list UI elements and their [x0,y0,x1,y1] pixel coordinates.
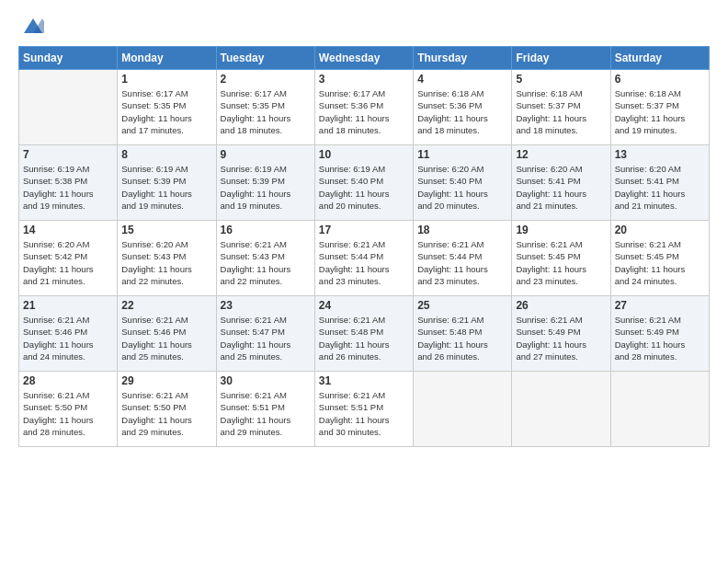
cell-line: Daylight: 11 hours [121,112,211,124]
calendar-cell: 25Sunrise: 6:21 AMSunset: 5:48 PMDayligh… [414,296,512,372]
cell-line: Sunset: 5:45 PM [615,250,705,262]
calendar-cell: 24Sunrise: 6:21 AMSunset: 5:48 PMDayligh… [314,296,413,372]
cell-line: Sunset: 5:44 PM [417,250,507,262]
calendar-cell: 1Sunrise: 6:17 AMSunset: 5:35 PMDaylight… [118,70,216,145]
calendar-cell: 28Sunrise: 6:21 AMSunset: 5:50 PMDayligh… [19,372,118,447]
calendar: SundayMondayTuesdayWednesdayThursdayFrid… [18,46,710,447]
cell-line: and 24 minutes. [615,275,705,287]
day-number: 17 [319,224,409,236]
week-row-2: 14Sunrise: 6:20 AMSunset: 5:42 PMDayligh… [19,221,710,296]
day-number: 8 [121,148,211,161]
calendar-cell: 13Sunrise: 6:20 AMSunset: 5:41 PMDayligh… [610,145,709,221]
cell-line: Sunset: 5:36 PM [417,99,507,111]
cell-line: Sunrise: 6:20 AM [23,238,113,250]
cell-line: and 19 minutes. [23,200,113,212]
cell-line: Sunset: 5:49 PM [516,326,606,338]
day-number: 20 [615,224,705,236]
cell-line: Sunrise: 6:21 AM [23,389,113,401]
cell-line: Sunset: 5:46 PM [23,326,113,338]
day-number: 24 [319,299,409,312]
cell-line: Sunrise: 6:17 AM [121,87,211,99]
cell-line: and 25 minutes. [121,350,211,362]
cell-line: Sunset: 5:40 PM [319,175,409,187]
cell-line: Sunrise: 6:19 AM [23,163,113,175]
cell-line: Sunset: 5:45 PM [516,250,606,262]
cell-line: and 26 minutes. [319,350,409,362]
calendar-cell: 29Sunrise: 6:21 AMSunset: 5:50 PMDayligh… [118,372,216,447]
day-number: 19 [516,224,606,236]
cell-line: Sunset: 5:48 PM [319,326,409,338]
header-cell-saturday: Saturday [610,47,709,70]
cell-line: Daylight: 11 hours [23,263,113,275]
day-number: 26 [516,299,606,312]
cell-line: Daylight: 11 hours [319,188,409,200]
cell-line: and 21 minutes. [23,275,113,287]
cell-line: Sunrise: 6:20 AM [516,163,606,175]
calendar-cell: 3Sunrise: 6:17 AMSunset: 5:36 PMDaylight… [314,70,413,145]
cell-line: Sunset: 5:36 PM [319,99,409,111]
cell-line: and 20 minutes. [319,200,409,212]
calendar-cell: 26Sunrise: 6:21 AMSunset: 5:49 PMDayligh… [512,296,610,372]
cell-line: Daylight: 11 hours [319,339,409,350]
cell-line: and 27 minutes. [516,350,606,362]
day-number: 15 [121,224,211,236]
calendar-cell: 11Sunrise: 6:20 AMSunset: 5:40 PMDayligh… [414,145,512,221]
cell-line: Daylight: 11 hours [121,414,211,426]
cell-line: Daylight: 11 hours [221,414,311,426]
cell-line: and 23 minutes. [319,275,409,287]
calendar-cell: 22Sunrise: 6:21 AMSunset: 5:46 PMDayligh… [118,296,216,372]
calendar-cell: 7Sunrise: 6:19 AMSunset: 5:38 PMDaylight… [19,145,118,221]
cell-line: Daylight: 11 hours [417,112,507,124]
cell-line: and 21 minutes. [615,200,705,212]
cell-line: Sunset: 5:50 PM [121,401,211,413]
calendar-cell: 23Sunrise: 6:21 AMSunset: 5:47 PMDayligh… [216,296,314,372]
cell-line: Sunrise: 6:21 AM [221,314,311,326]
day-number: 6 [615,73,705,86]
cell-line: Sunrise: 6:19 AM [319,163,409,175]
cell-line: and 28 minutes. [615,350,705,362]
cell-line: and 29 minutes. [121,426,211,438]
cell-line: and 18 minutes. [221,124,311,136]
logo [18,15,44,37]
cell-line: and 18 minutes. [417,124,507,136]
day-number: 9 [221,148,311,161]
day-number: 13 [615,148,705,161]
calendar-cell [414,372,512,447]
cell-line: Daylight: 11 hours [23,188,113,200]
cell-line: Sunrise: 6:18 AM [615,87,705,99]
cell-line: Daylight: 11 hours [417,188,507,200]
calendar-cell [512,372,610,447]
week-row-4: 28Sunrise: 6:21 AMSunset: 5:50 PMDayligh… [19,372,710,447]
day-number: 25 [417,299,507,312]
cell-line: Daylight: 11 hours [319,414,409,426]
cell-line: Sunrise: 6:17 AM [221,87,311,99]
cell-line: Daylight: 11 hours [121,188,211,200]
cell-line: and 22 minutes. [121,275,211,287]
cell-line: Sunset: 5:47 PM [221,326,311,338]
cell-line: Sunrise: 6:21 AM [417,238,507,250]
cell-line: Sunrise: 6:21 AM [23,314,113,326]
cell-line: Sunrise: 6:19 AM [221,163,311,175]
day-number: 2 [221,73,311,86]
calendar-cell: 21Sunrise: 6:21 AMSunset: 5:46 PMDayligh… [19,296,118,372]
day-number: 11 [417,148,507,161]
cell-line: Daylight: 11 hours [221,263,311,275]
cell-line: Daylight: 11 hours [615,263,705,275]
cell-line: Daylight: 11 hours [319,263,409,275]
cell-line: Sunrise: 6:21 AM [319,389,409,401]
cell-line: and 19 minutes. [615,124,705,136]
cell-line: Daylight: 11 hours [221,339,311,350]
cell-line: Daylight: 11 hours [23,339,113,350]
cell-line: Sunset: 5:51 PM [319,401,409,413]
header-cell-thursday: Thursday [414,47,512,70]
cell-line: Daylight: 11 hours [615,112,705,124]
logo-icon [22,15,44,37]
cell-line: Daylight: 11 hours [516,339,606,350]
cell-line: Sunset: 5:41 PM [516,175,606,187]
cell-line: and 30 minutes. [319,426,409,438]
cell-line: Sunset: 5:51 PM [221,401,311,413]
calendar-cell: 9Sunrise: 6:19 AMSunset: 5:39 PMDaylight… [216,145,314,221]
cell-line: Sunrise: 6:21 AM [615,314,705,326]
cell-line: Sunset: 5:46 PM [121,326,211,338]
day-number: 28 [23,374,113,387]
